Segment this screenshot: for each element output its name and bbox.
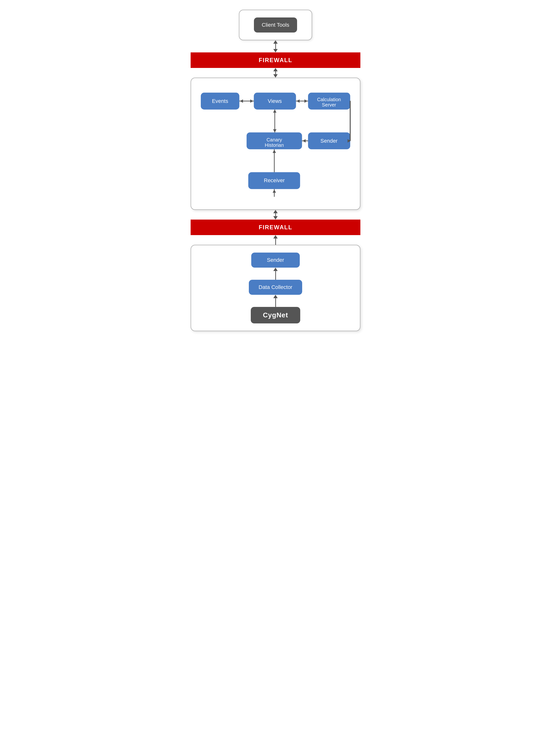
- svg-marker-17: [303, 139, 306, 143]
- svg-text:Historian: Historian: [265, 142, 284, 148]
- svg-text:Server: Server: [322, 102, 336, 107]
- events-label: Events: [212, 98, 228, 104]
- svg-marker-5: [240, 99, 243, 103]
- arrow-middle-firewall2: [273, 210, 278, 220]
- svg-marker-35: [272, 190, 276, 193]
- arrow-firewall1-middle: [273, 68, 278, 78]
- arrow-datacollector-sender: [273, 268, 278, 280]
- arrow-cygnet-datacollector: [273, 295, 278, 307]
- data-collector-label: Data Collector: [258, 284, 292, 290]
- cygnet-box: CygNet: [251, 307, 300, 323]
- svg-marker-6: [250, 99, 253, 103]
- views-label: Views: [268, 98, 282, 104]
- svg-marker-33: [272, 150, 276, 153]
- firewall-bottom: FIREWALL: [191, 220, 360, 235]
- firewall-top: FIREWALL: [191, 52, 360, 68]
- canary-historian-label: Canary: [266, 137, 282, 142]
- client-tools-box: Client Tools: [254, 17, 297, 32]
- sender-bottom-label: Sender: [267, 257, 284, 263]
- calc-server-label: Calculation: [317, 97, 341, 102]
- middle-container: Events Views Calculation Server Canary H…: [191, 78, 360, 210]
- sender-bottom-box: Sender: [251, 253, 300, 268]
- svg-marker-9: [297, 99, 300, 103]
- diagram-container: Client Tools FIREWALL Events: [191, 5, 360, 338]
- svg-marker-15: [273, 129, 277, 132]
- svg-marker-8: [305, 99, 308, 103]
- sender-right-label: Sender: [321, 138, 338, 144]
- svg-marker-14: [273, 109, 277, 112]
- middle-diagram-svg: Events Views Calculation Server Canary H…: [198, 85, 353, 201]
- client-tools-label: Client Tools: [262, 22, 289, 28]
- bottom-container: Sender Data Collector CygNet: [191, 245, 360, 331]
- arrow-firewall2-bottom: [273, 235, 278, 245]
- receiver-label: Receiver: [264, 177, 285, 183]
- arrow-clienttools-firewall: [273, 40, 278, 52]
- data-collector-box: Data Collector: [249, 280, 302, 295]
- cygnet-label: CygNet: [263, 311, 288, 319]
